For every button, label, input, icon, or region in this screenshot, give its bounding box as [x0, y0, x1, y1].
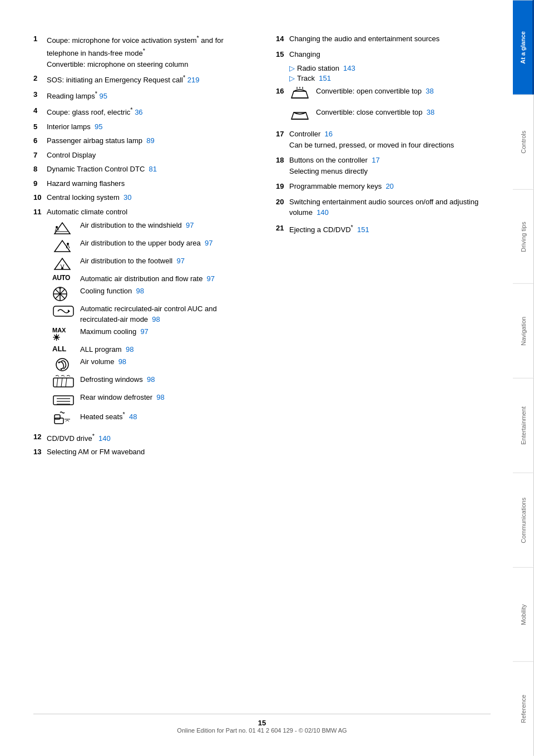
list-item: 10 Central locking system 30 [33, 192, 248, 203]
list-item: 18 Buttons on the controller 17 Selectin… [276, 155, 491, 176]
svg-line-28 [66, 378, 67, 387]
list-item: 20 Switching entertainment audio sources… [276, 197, 491, 218]
cooling-icon [52, 286, 80, 302]
list-item: 1 Coupe: microphone for voice activation… [33, 33, 248, 70]
list-item: 19 Programmable memory keys 20 [276, 181, 491, 192]
list-item: 11 Automatic climate control [33, 207, 248, 218]
list-item: 16 [276, 86, 491, 124]
climate-sub-item: Defrosting windows 98 [47, 375, 248, 390]
sidebar-tab-entertainment[interactable]: Entertainment [513, 378, 534, 473]
list-item: 21 Ejecting a CD/DVD* 151 [276, 223, 491, 235]
list-sub-item: ▷ Track 151 [289, 74, 491, 82]
list-item: 17 Controller 16 Can be turned, pressed,… [276, 129, 491, 150]
all-icon: ALL [52, 345, 80, 353]
max-icon: MAX☀ [52, 327, 80, 342]
svg-point-24 [61, 368, 62, 370]
list-item: 7 Control Display [33, 150, 248, 161]
recirculate-icon [52, 304, 80, 318]
list-item: 13 Selecting AM or FM waveband [33, 446, 248, 458]
sidebar-tab-controls[interactable]: Controls [513, 95, 534, 189]
svg-marker-21 [68, 310, 70, 313]
footer-text: Online Edition for Part no. 01 41 2 604 … [177, 727, 347, 734]
upper-body-icon [52, 238, 80, 254]
sidebar-tab-communications[interactable]: Communications [513, 473, 534, 567]
svg-rect-25 [53, 378, 73, 387]
list-item: 12 CD/DVD drive* 140 [33, 431, 248, 444]
list-item: 15 Changing [276, 49, 491, 60]
climate-sub-item: Air distribution to the footwell 97 [47, 256, 248, 272]
climate-sub-item: AUTO Automatic air distribution and flow… [47, 274, 248, 284]
defrost-windows-icon [52, 375, 80, 390]
climate-sub-item: Air distribution to the windshield 97 [47, 220, 248, 236]
sidebar-tab-navigation[interactable]: Navigation [513, 283, 534, 378]
sidebar-tab-reference[interactable]: Reference [513, 661, 534, 756]
right-column: 14 Changing the audio and entertainment … [270, 33, 491, 703]
svg-marker-5 [55, 240, 70, 252]
windshield-icon [52, 220, 80, 236]
footwell-icon [52, 256, 80, 272]
svg-line-27 [61, 378, 62, 387]
list-item: 3 Reading lamps* 95 [33, 89, 248, 102]
climate-sub-item: Air volume 98 [47, 357, 248, 372]
list-item: 4 Coupe: glass roof, electric* 36 [33, 105, 248, 118]
climate-sub-item: Rear window defroster 98 [47, 392, 248, 408]
left-column: 1 Coupe: microphone for voice activation… [33, 33, 254, 703]
sidebar-tab-driving-tips[interactable]: Driving tips [513, 189, 534, 284]
svg-point-23 [58, 361, 60, 363]
svg-rect-29 [53, 396, 73, 405]
auto-icon: AUTO [52, 274, 80, 282]
list-item: 8 Dynamic Traction Control DTC 81 [33, 164, 248, 175]
convertible-close-icon [289, 108, 310, 125]
air-volume-icon [52, 357, 80, 372]
page-footer: 15 Online Edition for Part no. 01 41 2 6… [33, 714, 491, 734]
page-number: 15 [258, 719, 266, 727]
heated-seats-icon [52, 410, 80, 426]
sidebar-tab-at-a-glance[interactable]: At a glance [513, 0, 534, 95]
sidebar: At a glance Controls Driving tips Naviga… [513, 0, 534, 756]
convertible-open-icon [289, 87, 310, 104]
svg-marker-0 [55, 223, 70, 234]
list-item: 9 Hazard warning flashers [33, 178, 248, 189]
sidebar-tab-mobility[interactable]: Mobility [513, 567, 534, 662]
climate-sub-item: Air distribution to the upper body area … [47, 238, 248, 254]
climate-sub-item: Heated seats* 48 [47, 410, 248, 426]
list-item: 6 Passenger airbag status lamp 89 [33, 135, 248, 146]
climate-sub-item: ALL ALL program 98 [47, 345, 248, 355]
climate-sub-item: MAX☀ Maximum cooling 97 [47, 327, 248, 342]
climate-sub-item: Cooling function 98 [47, 286, 248, 302]
climate-sub-item: Automatic recirculated-air control AUC a… [47, 304, 248, 324]
list-item: 5 Interior lamps 95 [33, 121, 248, 132]
svg-line-26 [57, 378, 58, 387]
list-item: 14 Changing the audio and entertainment … [276, 33, 491, 45]
rear-defroster-icon [52, 392, 80, 408]
list-sub-item: ▷ Radio station 143 [289, 64, 491, 72]
list-item: 2 SOS: initiating an Emergency Request c… [33, 73, 248, 86]
